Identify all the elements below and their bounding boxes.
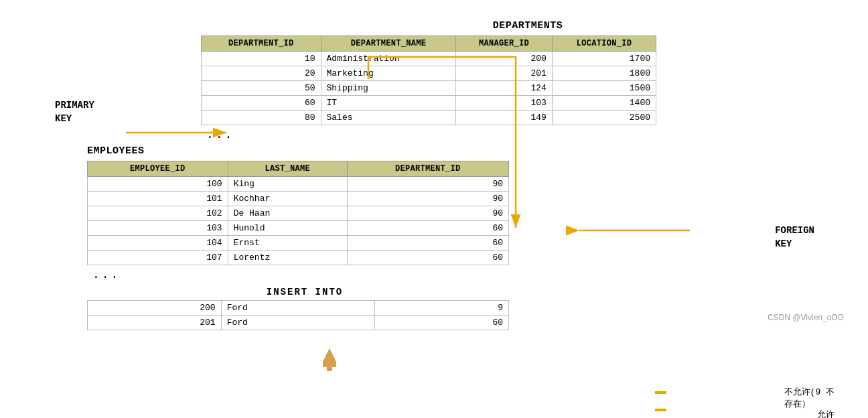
insert-id-cell: 200 <box>88 301 222 316</box>
employees-title: EMPLOYEES <box>87 145 855 157</box>
dept-col-department-id: DEPARTMENT_ID <box>202 36 321 52</box>
dept-id-cell: 10 <box>202 52 321 66</box>
dept-id-cell: 60 <box>202 96 321 111</box>
manager-id-cell: 200 <box>456 52 552 66</box>
departments-ellipsis: ... <box>206 128 855 141</box>
emp-dept-id-cell: 90 <box>347 177 508 192</box>
insert-name-cell: Ford <box>221 316 375 330</box>
insert-name-cell: Ford <box>221 301 375 316</box>
location-id-cell: 1400 <box>552 96 656 111</box>
dept-name-cell: Sales <box>321 111 456 125</box>
departments-header-row: DEPARTMENT_ID DEPARTMENT_NAME MANAGER_ID… <box>202 36 656 52</box>
table-row: 104 Ernst 60 <box>88 236 509 251</box>
dept-col-location-id: LOCATION_ID <box>552 36 656 52</box>
dept-col-department-name: DEPARTMENT_NAME <box>321 36 456 52</box>
insert-into-label-container: INSERT INTO <box>87 287 415 297</box>
insert-dept-cell: 9 <box>375 301 509 316</box>
main-layout: PRIMARY KEY DEPARTMENTS DEPARTMENT_ID DE… <box>13 20 855 330</box>
last-name-cell: Ernst <box>228 236 347 251</box>
foreign-key-text: FOREIGNKEY <box>775 225 814 249</box>
dept-name-cell: Administration <box>321 52 456 66</box>
emp-dept-id-cell: 60 <box>347 236 508 251</box>
table-row: 107 Lorentz 60 <box>88 251 509 265</box>
departments-title: DEPARTMENTS <box>201 20 855 31</box>
insert-id-cell: 201 <box>88 316 222 330</box>
employee-id-cell: 104 <box>88 236 228 251</box>
employee-id-cell: 102 <box>88 206 228 221</box>
table-row: 100 King 90 <box>88 177 509 192</box>
svg-rect-9 <box>323 362 336 367</box>
table-row: 103 Hunold 60 <box>88 221 509 236</box>
table-row: 20 Marketing 201 1800 <box>202 66 656 81</box>
table-row: 60 IT 103 1400 <box>202 96 656 111</box>
emp-dept-id-cell: 60 <box>347 221 508 236</box>
location-id-cell: 2500 <box>552 111 656 125</box>
last-name-cell: Lorentz <box>228 251 347 265</box>
manager-id-cell: 149 <box>456 111 552 125</box>
table-row: 200 Ford 9 <box>88 301 509 316</box>
employees-header-row: EMPLOYEE_ID LAST_NAME DEPARTMENT_ID <box>88 161 509 177</box>
location-id-cell: 1800 <box>552 66 656 81</box>
table-row: 102 De Haan 90 <box>88 206 509 221</box>
location-id-cell: 1500 <box>552 81 656 96</box>
manager-id-cell: 124 <box>456 81 552 96</box>
departments-table: DEPARTMENT_ID DEPARTMENT_NAME MANAGER_ID… <box>201 36 656 125</box>
insert-into-section: INSERT INTO <box>87 287 855 297</box>
employee-id-cell: 101 <box>88 192 228 206</box>
last-name-cell: Hunold <box>228 221 347 236</box>
dept-id-cell: 20 <box>202 66 321 81</box>
emp-col-last-name: LAST_NAME <box>228 161 347 177</box>
table-row: 50 Shipping 124 1500 <box>202 81 656 96</box>
dept-name-cell: Shipping <box>321 81 456 96</box>
csdn-credit: CSDN @Vivien_oOO <box>768 313 844 322</box>
last-name-cell: King <box>228 177 347 192</box>
table-row: 201 Ford 60 <box>88 316 509 330</box>
dept-id-cell: 80 <box>202 111 321 125</box>
employee-id-cell: 107 <box>88 251 228 265</box>
svg-rect-8 <box>327 362 332 371</box>
emp-col-employee-id: EMPLOYEE_ID <box>88 161 228 177</box>
not-allow-label: 不允许(9 不 存在） <box>784 386 835 410</box>
primary-key-label: PRIMARY KEY <box>55 99 94 125</box>
manager-id-cell: 103 <box>456 96 552 111</box>
departments-section: DEPARTMENTS DEPARTMENT_ID DEPARTMENT_NAM… <box>201 20 855 141</box>
table-row: 10 Administration 200 1700 <box>202 52 656 66</box>
manager-id-cell: 201 <box>456 66 552 81</box>
insert-section: 200 Ford 9 201 Ford 60 <box>87 300 855 330</box>
allow-label: 允许 <box>817 409 835 418</box>
table-row: 101 Kochhar 90 <box>88 192 509 206</box>
dept-col-manager-id: MANAGER_ID <box>456 36 552 52</box>
insert-dept-cell: 60 <box>375 316 509 330</box>
svg-marker-7 <box>323 348 336 362</box>
employees-section: EMPLOYEES EMPLOYEE_ID LAST_NAME DEPARTME… <box>87 145 855 281</box>
location-id-cell: 1700 <box>552 52 656 66</box>
employees-ellipsis: ... <box>92 268 855 281</box>
employee-id-cell: 103 <box>88 221 228 236</box>
insert-into-label: INSERT INTO <box>267 287 343 297</box>
last-name-cell: De Haan <box>228 206 347 221</box>
table-row: 80 Sales 149 2500 <box>202 111 656 125</box>
employees-table: EMPLOYEE_ID LAST_NAME DEPARTMENT_ID 100 … <box>87 161 509 265</box>
last-name-cell: Kochhar <box>228 192 347 206</box>
emp-dept-id-cell: 90 <box>347 192 508 206</box>
insert-table: 200 Ford 9 201 Ford 60 <box>87 300 509 330</box>
dept-id-cell: 50 <box>202 81 321 96</box>
dept-name-cell: Marketing <box>321 66 456 81</box>
emp-dept-id-cell: 60 <box>347 251 508 265</box>
emp-col-department-id: DEPARTMENT_ID <box>347 161 508 177</box>
foreign-key-label: FOREIGNKEY <box>775 224 814 251</box>
dept-name-cell: IT <box>321 96 456 111</box>
emp-dept-id-cell: 90 <box>347 206 508 221</box>
employee-id-cell: 100 <box>88 177 228 192</box>
